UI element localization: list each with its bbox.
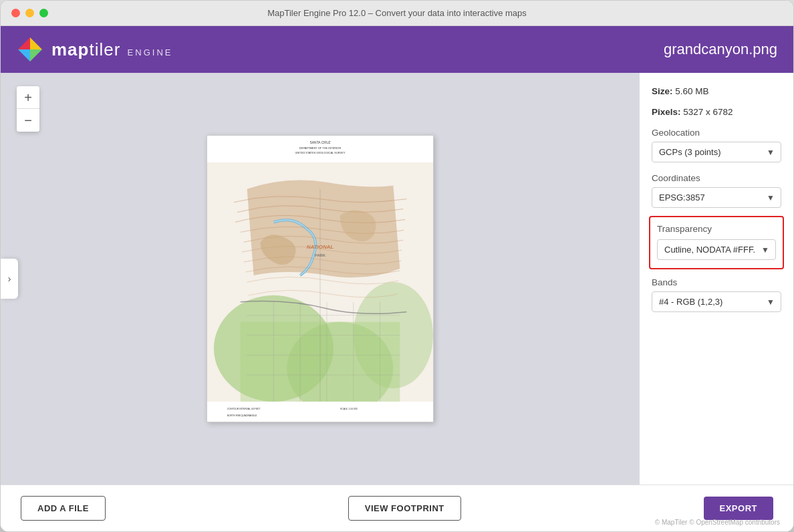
svg-text:SCALE 1:24 000: SCALE 1:24 000: [340, 408, 358, 410]
transparency-label: Transparency: [657, 224, 776, 234]
logo-area: maptiler ENGINE: [17, 36, 172, 63]
title-bar: MapTiler Engine Pro 12.0 – Convert your …: [1, 1, 793, 26]
logo-light: tiler: [89, 39, 120, 59]
copyright-text: © MapTiler © OpenStreetMap contributors: [655, 519, 780, 526]
maximize-button[interactable]: [39, 9, 48, 17]
zoom-controls: + −: [17, 86, 39, 132]
bands-dropdown-wrapper: #4 - RGB (1,2,3) ▼: [652, 291, 781, 312]
geolocation-dropdown[interactable]: GCPs (3 points): [652, 142, 781, 162]
transparency-dropdown[interactable]: Cutline, NODATA #FFF...: [657, 239, 776, 260]
app-window: MapTiler Engine Pro 12.0 – Convert your …: [0, 0, 794, 532]
logo-engine: ENGINE: [128, 47, 173, 57]
window-title: MapTiler Engine Pro 12.0 – Convert your …: [267, 8, 527, 18]
collapse-panel-button[interactable]: ›: [1, 259, 18, 299]
logo-text: maptiler ENGINE: [51, 39, 172, 60]
svg-text:NORTH RIM QUADRANGLE: NORTH RIM QUADRANGLE: [227, 414, 258, 417]
pixels-label: Pixels:: [652, 107, 681, 117]
svg-marker-1: [18, 37, 30, 49]
main-content: + − › SANTA CRUZ DEPARTMENT OF THE INTER…: [1, 73, 793, 485]
map-svg: SANTA CRUZ DEPARTMENT OF THE INTERIOR UN…: [207, 136, 433, 422]
svg-marker-3: [18, 49, 30, 61]
file-size-row: Size: 5.60 MB: [652, 86, 781, 96]
svg-marker-4: [30, 49, 42, 61]
svg-text:CONTOUR INTERVAL 40 FEET: CONTOUR INTERVAL 40 FEET: [227, 408, 261, 410]
footer: ADD A FILE VIEW FOOTPRINT EXPORT © MapTi…: [1, 485, 793, 531]
size-value: 5.60 MB: [675, 86, 708, 96]
coordinates-dropdown[interactable]: EPSG:3857: [652, 187, 781, 208]
geolocation-label: Geolocation: [652, 128, 781, 138]
logo-bold: map: [51, 39, 89, 59]
geolocation-dropdown-wrapper: GCPs (3 points) ▼: [652, 142, 781, 162]
transparency-dropdown-wrapper: Cutline, NODATA #FFF... ▼: [657, 239, 776, 260]
right-panel: Size: 5.60 MB Pixels: 5327 x 6782 Geoloc…: [640, 73, 793, 485]
coordinates-label: Coordinates: [652, 173, 781, 183]
minimize-button[interactable]: [25, 9, 34, 17]
map-area: + − › SANTA CRUZ DEPARTMENT OF THE INTER…: [1, 73, 640, 485]
svg-text:PARK: PARK: [315, 253, 325, 257]
bands-label: Bands: [652, 277, 781, 287]
app-header: maptiler ENGINE grandcanyon.png: [1, 26, 793, 73]
svg-text:UNITED STATES GEOLOGICAL SURVE: UNITED STATES GEOLOGICAL SURVEY: [295, 151, 345, 154]
add-file-button[interactable]: ADD A FILE: [21, 496, 106, 521]
size-label: Size:: [652, 86, 673, 96]
bands-section: Bands #4 - RGB (1,2,3) ▼: [652, 277, 781, 312]
coordinates-dropdown-wrapper: EPSG:3857 ▼: [652, 187, 781, 208]
svg-text:NATIONAL: NATIONAL: [307, 244, 334, 250]
zoom-in-button[interactable]: +: [17, 86, 39, 109]
window-controls: [11, 9, 48, 17]
zoom-out-button[interactable]: −: [17, 109, 39, 132]
file-name: grandcanyon.png: [664, 41, 777, 58]
svg-rect-25: [207, 402, 433, 422]
pixels-value: 5327 x 6782: [683, 107, 733, 117]
file-pixels-row: Pixels: 5327 x 6782: [652, 107, 781, 117]
logo-icon: [17, 36, 43, 63]
svg-text:SANTA CRUZ: SANTA CRUZ: [309, 141, 330, 144]
svg-marker-2: [30, 37, 42, 49]
view-footprint-button[interactable]: VIEW FOOTPRINT: [348, 496, 461, 521]
close-button[interactable]: [11, 9, 20, 17]
export-button[interactable]: EXPORT: [704, 497, 773, 520]
bands-dropdown[interactable]: #4 - RGB (1,2,3): [652, 291, 781, 312]
map-preview: SANTA CRUZ DEPARTMENT OF THE INTERIOR UN…: [207, 135, 434, 422]
geolocation-section: Geolocation GCPs (3 points) ▼: [652, 128, 781, 162]
transparency-section: Transparency Cutline, NODATA #FFF... ▼: [649, 216, 784, 269]
svg-text:DEPARTMENT OF THE INTERIOR: DEPARTMENT OF THE INTERIOR: [299, 146, 342, 150]
coordinates-section: Coordinates EPSG:3857 ▼: [652, 173, 781, 208]
